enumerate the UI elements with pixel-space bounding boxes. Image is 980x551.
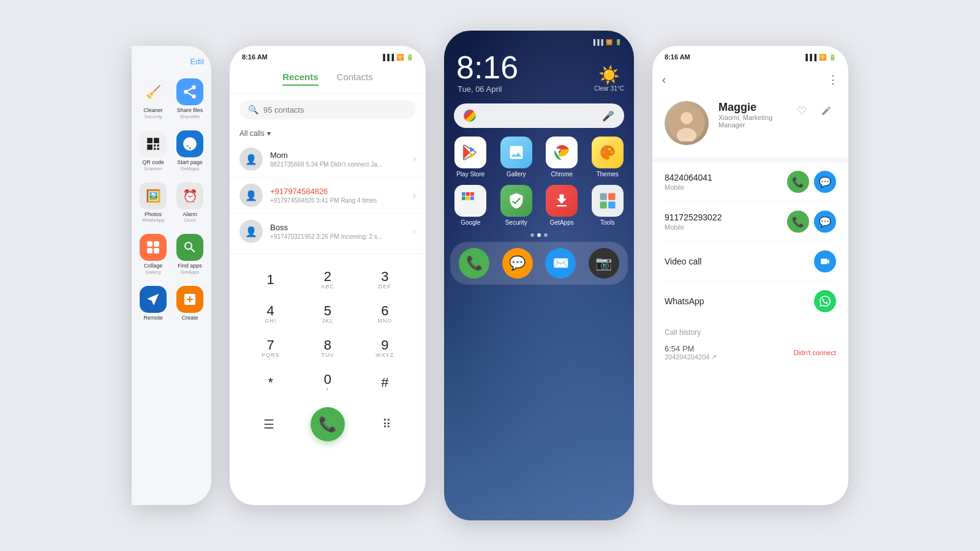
- battery-icon: 🔋: [829, 54, 836, 61]
- phone-dock-icon[interactable]: 📞: [459, 248, 489, 279]
- app-grid-home-row2: Google Security GetApps Tools: [444, 185, 634, 226]
- play-store-icon: [454, 137, 486, 168]
- video-call-button[interactable]: [814, 250, 836, 272]
- list-item[interactable]: Google: [450, 185, 491, 226]
- tab-contacts[interactable]: Contacts: [337, 69, 373, 86]
- list-item[interactable]: 🖼️ Photos WhatsApp: [137, 179, 170, 227]
- edit-icon[interactable]: [816, 101, 836, 121]
- message-button[interactable]: 💬: [814, 171, 836, 193]
- chevron-right-icon[interactable]: ›: [413, 226, 416, 237]
- app-label: Themes: [597, 171, 619, 178]
- edit-button[interactable]: Edit: [137, 52, 206, 71]
- menu-icon[interactable]: ☰: [257, 417, 281, 432]
- chevron-right-icon[interactable]: ›: [413, 154, 416, 165]
- dial-key-7[interactable]: 7PQRS: [249, 332, 292, 364]
- messages-dock-icon[interactable]: 💬: [502, 248, 533, 279]
- message-button[interactable]: 💬: [814, 211, 836, 233]
- dial-key-4[interactable]: 4GHI: [249, 298, 292, 330]
- contact-name: Mom: [270, 151, 405, 160]
- dial-key-3[interactable]: 3DEF: [363, 264, 406, 296]
- call-button[interactable]: 📞: [787, 171, 809, 193]
- favorite-icon[interactable]: ♡: [792, 101, 812, 121]
- status-bar: 8:16 AM ▐▐▐ 🛜 🔋: [230, 46, 426, 64]
- call-history-label: Call history: [665, 328, 836, 337]
- dial-key-hash[interactable]: #: [363, 367, 406, 399]
- list-item[interactable]: Play Store: [450, 137, 491, 178]
- list-item[interactable]: Remote: [137, 282, 170, 325]
- phone-actions: 📞 💬: [787, 211, 836, 233]
- dialer-tabs: Recents Contacts: [230, 64, 426, 94]
- weather-widget: ☀️ Clear 31°C: [594, 65, 624, 92]
- contact-detail: 8821735668 5:34 PM Didn't connect Ja...: [270, 161, 405, 168]
- tools-icon: [592, 185, 624, 217]
- contact-name-missed: +917974584826: [270, 187, 405, 196]
- app-label: Start page: [177, 159, 203, 166]
- dot-active: [537, 233, 541, 237]
- list-item[interactable]: Share files ShareMe: [173, 75, 206, 123]
- contact-name: Maggie: [718, 101, 782, 114]
- avatar: [665, 101, 709, 145]
- svg-rect-26: [470, 197, 474, 200]
- dial-key-star[interactable]: *: [249, 367, 292, 399]
- dial-key-0[interactable]: 0+: [306, 367, 349, 399]
- list-item[interactable]: QR code Scanner: [137, 127, 170, 175]
- dial-key-2[interactable]: 2ABC: [306, 264, 349, 296]
- svg-line-3: [187, 93, 192, 96]
- contact-item-missed[interactable]: 👤 +917974584826 +917974584826 3:41 PM Ra…: [230, 178, 426, 214]
- dial-letters: +: [326, 386, 330, 392]
- google-search-bar[interactable]: 🎤: [454, 103, 624, 128]
- contact-item-mom[interactable]: 👤 Mom 8821735668 5:34 PM Didn't connect …: [230, 141, 426, 178]
- whatsapp-button[interactable]: [814, 290, 836, 312]
- dial-key-5[interactable]: 5JKL: [306, 298, 349, 330]
- more-options-icon[interactable]: ⋮: [827, 73, 839, 86]
- contact-item-boss[interactable]: 👤 Boss +917470321952 3:26 PM Incoming: 2…: [230, 214, 426, 250]
- dial-number: 7: [267, 339, 274, 352]
- svg-point-0: [192, 85, 196, 89]
- chevron-right-icon[interactable]: ›: [413, 190, 416, 201]
- divider: [230, 253, 426, 254]
- avatar: 👤: [239, 220, 263, 243]
- list-item[interactable]: Tools: [587, 185, 628, 226]
- list-item[interactable]: ⏰ Alarm Clock: [173, 179, 206, 227]
- dial-key-6[interactable]: 6MNO: [363, 298, 406, 330]
- list-item[interactable]: Gallery: [496, 137, 537, 178]
- contact-title: Xiaomi, Marketing Manager: [718, 114, 782, 129]
- list-item[interactable]: Find apps GetApps: [173, 230, 206, 279]
- call-button[interactable]: 📞: [311, 407, 345, 441]
- camera-dock-icon[interactable]: 📷: [589, 248, 619, 279]
- list-item[interactable]: GetApps: [541, 185, 582, 226]
- contacts-search-bar[interactable]: 🔍: [239, 100, 416, 119]
- mic-icon[interactable]: 🎤: [602, 110, 614, 122]
- back-icon[interactable]: ‹: [662, 73, 666, 86]
- dial-number: 0: [324, 373, 331, 386]
- getapps-icon: [546, 185, 578, 217]
- list-item[interactable]: Security: [496, 185, 537, 226]
- avatar: 👤: [239, 148, 263, 171]
- dial-key-8[interactable]: 8TUV: [306, 332, 349, 364]
- list-item[interactable]: 🧹 Cleaner Security: [137, 75, 170, 123]
- dial-key-9[interactable]: 9WXYZ: [363, 332, 406, 364]
- svg-rect-8: [154, 144, 156, 146]
- whatsapp-label: WhatsApp: [665, 296, 814, 306]
- list-item[interactable]: Create: [173, 282, 206, 325]
- list-item[interactable]: Chrome: [541, 137, 582, 178]
- search-input[interactable]: [263, 105, 407, 114]
- dial-number: 5: [324, 304, 331, 318]
- all-calls-filter[interactable]: All calls ▾: [230, 126, 426, 141]
- call-button[interactable]: 📞: [787, 211, 809, 233]
- dial-letters: MNO: [377, 318, 392, 324]
- app-sublabel: GetApps: [180, 166, 199, 171]
- list-item[interactable]: Themes: [587, 137, 628, 178]
- contact-detail: +917974584826 3:41 PM Rang 4 times: [270, 197, 405, 204]
- mail-dock-icon[interactable]: ✉️: [545, 248, 576, 279]
- app-grid-left: 🧹 Cleaner Security Share files ShareMe Q…: [137, 75, 206, 325]
- svg-rect-30: [608, 201, 615, 208]
- dialpad-toggle-icon[interactable]: ⠿: [374, 417, 399, 432]
- app-icon: 🧹: [140, 78, 167, 105]
- svg-point-20: [610, 151, 612, 154]
- svg-rect-9: [157, 144, 159, 146]
- list-item[interactable]: Start page GetApps: [173, 127, 206, 175]
- list-item[interactable]: Collage Gallery: [137, 230, 170, 279]
- tab-recents[interactable]: Recents: [282, 69, 318, 86]
- dial-key-1[interactable]: 1: [249, 264, 292, 296]
